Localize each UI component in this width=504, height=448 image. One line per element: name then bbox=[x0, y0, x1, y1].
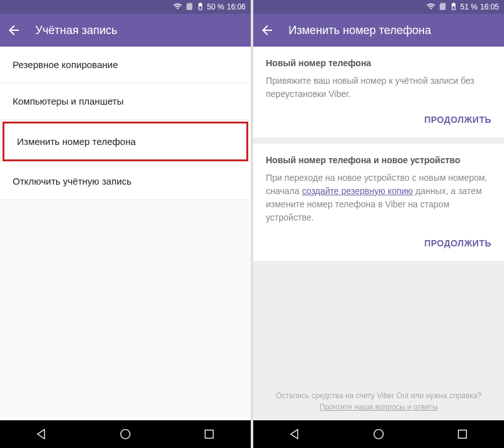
page-title: Изменить номер телефона bbox=[289, 24, 431, 37]
nav-back-icon[interactable] bbox=[35, 427, 49, 441]
back-icon[interactable] bbox=[260, 23, 275, 38]
battery-percent: 51 % bbox=[461, 3, 478, 11]
phone-right: 51 % 16:05 Изменить номер телефона Новый… bbox=[253, 0, 504, 448]
list-item-label: Резервное копирование bbox=[13, 59, 118, 70]
phone-left: 50 % 16:06 Учётная запись Резервное копи… bbox=[0, 0, 251, 448]
card-new-number-device: Новый номер телефона и новое устройство … bbox=[253, 144, 504, 261]
svg-point-2 bbox=[374, 430, 384, 439]
navigation-bar bbox=[0, 420, 251, 448]
backup-link[interactable]: создайте резервную копию bbox=[302, 186, 413, 196]
wifi-icon bbox=[173, 2, 182, 13]
continue-button[interactable]: ПРОДОЛЖИТЬ bbox=[266, 111, 491, 129]
footer-text: Остались средства на счету Viber Out или… bbox=[276, 391, 482, 400]
battery-percent: 50 % bbox=[207, 3, 224, 11]
settings-list: Резервное копирование Компьютеры и планш… bbox=[0, 47, 251, 420]
list-item-backup[interactable]: Резервное копирование bbox=[0, 47, 251, 83]
clock-time: 16:05 bbox=[480, 3, 499, 11]
status-bar: 51 % 16:05 bbox=[253, 0, 504, 14]
svg-point-0 bbox=[121, 430, 130, 439]
sim-icon bbox=[185, 2, 193, 13]
battery-icon bbox=[196, 2, 205, 13]
status-bar: 50 % 16:06 bbox=[0, 0, 251, 14]
continue-button[interactable]: ПРОДОЛЖИТЬ bbox=[266, 234, 491, 252]
card-title: Новый номер телефона и новое устройство bbox=[266, 155, 491, 165]
list-item-deactivate[interactable]: Отключить учётную запись bbox=[0, 163, 251, 200]
card-title: Новый номер телефона bbox=[266, 58, 491, 68]
nav-home-icon[interactable] bbox=[118, 427, 132, 441]
nav-home-icon[interactable] bbox=[372, 427, 386, 441]
list-item-change-number[interactable]: Изменить номер телефона bbox=[3, 122, 248, 161]
svg-rect-1 bbox=[205, 430, 213, 439]
list-item-label: Компьютеры и планшеты bbox=[13, 96, 123, 106]
nav-recent-icon[interactable] bbox=[202, 427, 216, 441]
footer-help: Остались средства на счету Viber Out или… bbox=[253, 382, 504, 420]
faq-link[interactable]: Прочтите наши вопросы и ответы bbox=[319, 403, 438, 411]
nav-recent-icon[interactable] bbox=[455, 427, 469, 441]
list-item-label: Изменить номер телефона bbox=[17, 136, 136, 147]
card-body: Привяжите ваш новый номер к учётной запи… bbox=[266, 74, 491, 101]
card-new-number: Новый номер телефона Привяжите ваш новый… bbox=[253, 47, 504, 137]
nav-back-icon[interactable] bbox=[288, 427, 302, 441]
sim-icon bbox=[438, 2, 447, 13]
clock-time: 16:06 bbox=[227, 3, 246, 11]
battery-icon bbox=[449, 2, 458, 13]
svg-rect-3 bbox=[458, 430, 466, 439]
app-bar: Учётная запись bbox=[0, 14, 251, 47]
navigation-bar bbox=[253, 420, 504, 448]
app-bar: Изменить номер телефона bbox=[253, 14, 504, 47]
back-icon[interactable] bbox=[6, 23, 21, 38]
list-item-devices[interactable]: Компьютеры и планшеты bbox=[0, 83, 251, 120]
wifi-icon bbox=[427, 2, 435, 13]
card-body: При переходе на новое устройство с новым… bbox=[266, 171, 491, 224]
content: Новый номер телефона Привяжите ваш новый… bbox=[253, 47, 504, 420]
list-item-label: Отключить учётную запись bbox=[13, 176, 132, 187]
page-title: Учётная запись bbox=[35, 24, 117, 37]
